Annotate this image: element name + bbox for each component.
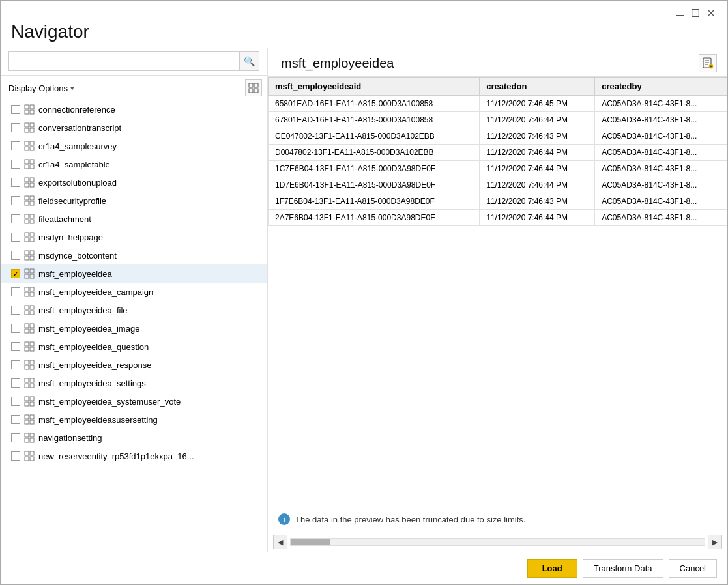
table-cell: AC05AD3A-814C-43F1-8...	[595, 193, 727, 210]
table-grid-icon	[24, 323, 35, 334]
list-item[interactable]: cr1a4_sampletable	[1, 155, 267, 173]
list-item[interactable]: msft_employeeidea_response	[1, 356, 267, 374]
list-item[interactable]: msft_employeeidea_systemuser_vote	[1, 392, 267, 410]
list-item-label: msft_employeeidea_response	[38, 360, 151, 370]
list-item-label: cr1a4_samplesurvey	[38, 141, 117, 151]
list-item-checkbox[interactable]	[11, 123, 20, 132]
scroll-thumb[interactable]	[291, 539, 330, 545]
truncate-notice-text: The data in the preview has been truncat…	[295, 515, 525, 524]
list-item-checkbox[interactable]	[11, 360, 20, 369]
table-row: 1F7E6B04-13F1-EA11-A815-000D3A98DE0F11/1…	[269, 193, 727, 210]
table-grid-icon	[24, 141, 35, 151]
svg-rect-66	[25, 365, 29, 369]
table-column-header: createdby	[595, 78, 727, 96]
list-item-checkbox[interactable]	[11, 141, 20, 150]
list-item[interactable]: connectionreference	[1, 100, 267, 119]
dropdown-arrow-icon: ▾	[70, 84, 74, 93]
svg-rect-32	[25, 214, 29, 218]
cancel-button[interactable]: Cancel	[669, 559, 717, 578]
nav-list-container[interactable]: connectionreference conversationtranscri…	[1, 100, 267, 552]
table-row: 65801EAD-16F1-EA11-A815-000D3A10085811/1…	[269, 96, 727, 112]
list-item-checkbox[interactable]	[11, 433, 20, 442]
preview-options-button[interactable]	[699, 54, 717, 72]
scroll-track[interactable]	[290, 538, 705, 546]
maximize-button[interactable]	[690, 7, 701, 19]
svg-rect-62	[25, 347, 29, 351]
svg-rect-58	[25, 329, 29, 333]
list-item-label: msft_employeeideasusersetting	[38, 415, 158, 425]
list-item-checkbox[interactable]	[11, 105, 20, 114]
truncate-notice: i The data in the preview has been trunc…	[268, 507, 727, 532]
list-item-checkbox[interactable]	[11, 451, 20, 461]
scroll-left-button[interactable]: ◀	[273, 535, 287, 549]
display-options-button[interactable]: Display Options ▾	[8, 83, 74, 93]
svg-rect-86	[25, 457, 29, 461]
list-item[interactable]: msdynce_botcontent	[1, 246, 267, 264]
svg-rect-55	[30, 311, 34, 315]
table-row: 2A7E6B04-13F1-EA11-A815-000D3A98DE0F11/1…	[269, 210, 727, 226]
list-item[interactable]: new_reserveentity_rp53fd1p1ekxpa_16...	[1, 447, 267, 465]
list-item-checkbox[interactable]	[11, 324, 20, 333]
load-button[interactable]: Load	[527, 559, 577, 578]
list-item-checkbox[interactable]	[11, 196, 20, 205]
left-panel: 🔍 Display Options ▾ connectionreference	[1, 48, 268, 552]
svg-rect-23	[30, 165, 34, 169]
display-options-label-text: Display Options	[8, 83, 68, 93]
list-item[interactable]: conversationtranscript	[1, 119, 267, 137]
table-grid-icon	[24, 159, 35, 169]
svg-rect-11	[30, 110, 34, 114]
svg-rect-65	[30, 360, 34, 364]
list-item-checkbox[interactable]	[11, 397, 20, 406]
list-item[interactable]: exportsolutionupload	[1, 173, 267, 192]
list-item[interactable]: navigationsetting	[1, 429, 267, 447]
list-item[interactable]: msft_employeeidea_file	[1, 301, 267, 319]
svg-rect-87	[30, 457, 34, 461]
list-item[interactable]: msdyn_helppage	[1, 228, 267, 246]
list-item[interactable]: fileattachment	[1, 210, 267, 228]
footer: Load Transform Data Cancel	[1, 552, 727, 584]
svg-rect-78	[25, 420, 29, 424]
list-item-checkbox[interactable]	[11, 342, 20, 351]
list-item[interactable]: msft_employeeidea_settings	[1, 374, 267, 392]
list-item[interactable]: fieldsecurityprofile	[1, 192, 267, 210]
svg-rect-44	[25, 269, 29, 273]
list-item-checkbox[interactable]	[11, 415, 20, 424]
search-button[interactable]: 🔍	[240, 51, 259, 71]
list-item[interactable]: msft_employeeidea_image	[1, 319, 267, 337]
list-item-checkbox[interactable]	[11, 378, 20, 388]
svg-rect-29	[30, 196, 34, 200]
svg-rect-19	[30, 147, 34, 150]
view-toggle-button[interactable]	[245, 79, 262, 96]
list-item[interactable]: msft_employeeidea_campaign	[1, 283, 267, 301]
svg-rect-34	[25, 220, 29, 223]
close-button[interactable]	[705, 7, 717, 19]
list-item[interactable]: msft_employeeideasusersetting	[1, 410, 267, 429]
list-item-checkbox[interactable]	[11, 214, 20, 223]
data-table-container[interactable]: msft_employeeideaidcreatedoncreatedby 65…	[268, 76, 727, 507]
horizontal-scrollbar[interactable]: ◀ ▶	[268, 532, 727, 552]
transform-data-button[interactable]: Transform Data	[583, 559, 663, 578]
list-item-checkbox[interactable]	[11, 251, 20, 260]
list-item-checkbox[interactable]	[11, 178, 20, 187]
display-options-bar: Display Options ▾	[1, 76, 267, 100]
svg-rect-5	[254, 83, 258, 87]
minimize-button[interactable]	[674, 7, 686, 19]
table-row: CE047802-13F1-EA11-A815-000D3A102EBB11/1…	[269, 128, 727, 145]
table-cell: 1F7E6B04-13F1-EA11-A815-000D3A98DE0F	[269, 193, 480, 210]
list-item-checkbox[interactable]	[11, 306, 20, 315]
scroll-right-button[interactable]: ▶	[708, 535, 722, 549]
list-item[interactable]: msft_employeeidea	[1, 264, 267, 283]
list-item-checkbox[interactable]	[11, 233, 20, 242]
table-row: 67801EAD-16F1-EA11-A815-000D3A10085811/1…	[269, 112, 727, 128]
list-item-checkbox[interactable]	[11, 287, 20, 296]
list-item-checkbox[interactable]	[11, 160, 20, 169]
list-item[interactable]: cr1a4_samplesurvey	[1, 137, 267, 155]
svg-rect-24	[25, 178, 29, 182]
svg-rect-17	[30, 141, 34, 145]
svg-rect-31	[30, 201, 34, 205]
search-input[interactable]	[8, 51, 240, 71]
svg-rect-67	[30, 365, 34, 369]
svg-rect-64	[25, 360, 29, 364]
list-item-checkbox[interactable]	[11, 269, 20, 278]
list-item[interactable]: msft_employeeidea_question	[1, 337, 267, 356]
